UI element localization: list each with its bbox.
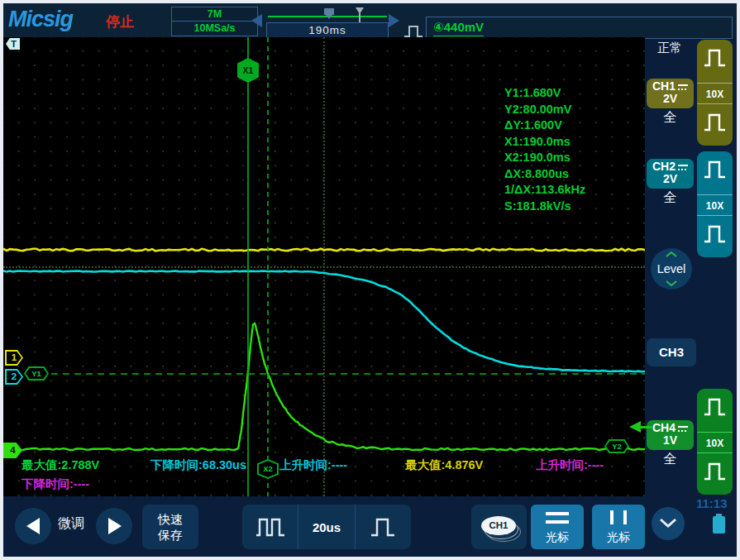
pulse-icon[interactable]	[704, 112, 726, 132]
readout-line: X2:190.0ms	[504, 150, 585, 166]
fine-adjust-left-button[interactable]	[15, 508, 51, 544]
readout-line: ΔY:1.600V	[504, 117, 585, 134]
cursor-y2-handle[interactable]: Y2	[604, 439, 629, 453]
ch1-trace	[3, 249, 645, 251]
trigger-mode-label[interactable]: 正常	[657, 41, 682, 56]
battery-icon	[713, 516, 725, 534]
memory-depth: 7M	[172, 7, 257, 22]
ch4-trigger-level-arrow-icon[interactable]	[629, 421, 652, 433]
cursor-y1-handle[interactable]: Y1	[24, 366, 49, 381]
fine-adjust-label: 微调	[58, 515, 84, 533]
top-status-bar: Micsig 停止 7M 10MSa/s 190ms ④440mV	[3, 3, 737, 37]
vertical-cursor-icon	[610, 510, 613, 524]
waveform-display[interactable]: T X1 X2 Y1 Y2 1 2 4 Y1:1.680V Y2:80.00mV…	[3, 37, 645, 496]
triangle-right-icon	[108, 518, 122, 534]
ch1-badge[interactable]: CH1 2V	[647, 79, 694, 108]
measurement-rise-time-2: 上升时间:----	[536, 457, 604, 473]
readout-line: X1:190.0ms	[504, 134, 585, 151]
ch4-attenuation[interactable]: 10X	[697, 432, 733, 453]
readout-line: Y2:80.00mV	[504, 102, 585, 118]
fine-adjust-right-button[interactable]	[96, 508, 132, 544]
horizontal-cursor-icon	[546, 512, 569, 515]
trigger-level-button[interactable]: Level	[651, 248, 692, 290]
trigger-type-pulse-icon[interactable]	[403, 24, 423, 38]
pulse-icon[interactable]	[704, 48, 726, 68]
cursor-readout-panel: Y1:1.680V Y2:80.00mV ΔY:1.600V X1:190.0m…	[504, 85, 585, 214]
readout-line: S:181.8kV/s	[504, 199, 585, 215]
bottom-toolbar: 微调 快速 保存 20us CH1 光标 光	[3, 496, 737, 557]
brand-logo: Micsig	[8, 7, 73, 32]
readout-line: 1/ΔX:113.6kHz	[504, 182, 585, 199]
measurement-max-ch4: 最大值:2.788V	[21, 457, 99, 473]
chevron-down-icon	[665, 280, 678, 287]
pulse-icon[interactable]	[704, 160, 726, 179]
ch4-coupling-panel[interactable]: 10X	[697, 389, 733, 495]
ch4-bandwidth-label[interactable]: 全	[645, 451, 695, 468]
double-pulse-button[interactable]	[242, 505, 298, 549]
sample-rate: 10MSa/s	[172, 22, 257, 35]
ch1-bandwidth-label[interactable]: 全	[645, 109, 695, 127]
acquisition-status[interactable]: 停止	[106, 12, 134, 31]
ch2-coupling-panel[interactable]: 10X	[697, 151, 733, 257]
active-channel-label: CH1	[481, 516, 516, 535]
ch4-badge[interactable]: CH4 1V	[647, 420, 694, 450]
pulse-icon[interactable]	[704, 462, 726, 481]
trigger-position-flag-icon[interactable]	[324, 8, 334, 15]
active-channel-button[interactable]: CH1	[471, 505, 527, 549]
ch2-attenuation[interactable]: 10X	[697, 194, 733, 216]
ch3-button[interactable]: CH3	[647, 338, 696, 366]
ch2-bandwidth-label[interactable]: 全	[645, 189, 695, 207]
triangle-left-icon	[26, 518, 40, 534]
measurement-fall-time-2: 下降时间:----	[21, 476, 89, 492]
ch4-trace	[3, 323, 645, 450]
timebase-right-arrow-icon[interactable]	[389, 14, 399, 27]
collapse-menu-button[interactable]	[652, 507, 685, 540]
pulse-icon[interactable]	[704, 224, 726, 244]
pulse-icon[interactable]	[704, 397, 726, 417]
single-pulse-button[interactable]	[355, 505, 411, 549]
readout-line: ΔX:8.800us	[504, 166, 585, 183]
readout-line: Y1:1.680V	[504, 85, 585, 102]
main-timebase-readout[interactable]: 190ms	[266, 22, 389, 38]
zoom-timebase-button[interactable]: 20us	[298, 505, 354, 549]
ch1-attenuation[interactable]: 10X	[697, 83, 733, 104]
timebase-left-arrow-icon[interactable]	[251, 14, 262, 27]
ch1-coupling-panel[interactable]: 10X	[697, 40, 733, 146]
trigger-settings-box[interactable]: ④440mV	[426, 17, 733, 39]
horizontal-cursor-icon	[546, 520, 569, 524]
measurement-fall-time: 下降时间:68.30us	[150, 457, 246, 473]
channel-sidebar: 正常 10X CH1 2V 全 10X CH2 2V 全 Level CH3	[645, 37, 737, 496]
ch2-badge[interactable]: CH2 2V	[647, 159, 694, 189]
zoom-timebase-group: 20us	[242, 505, 411, 549]
quick-save-button[interactable]: 快速 保存	[142, 505, 198, 549]
oscilloscope-frame: Micsig 停止 7M 10MSa/s 190ms ④440mV T X	[3, 3, 737, 557]
measurement-rise-time: 上升时间:----	[279, 457, 347, 473]
clock: 11:13	[696, 496, 728, 510]
vertical-cursor-button[interactable]: 光标	[592, 505, 645, 549]
ch2-trace	[3, 271, 645, 372]
horizontal-cursor-button[interactable]: 光标	[531, 505, 584, 549]
dc-coupling-icon	[678, 164, 688, 171]
trigger-level-value: 440mV	[444, 20, 484, 34]
dc-coupling-icon	[678, 84, 688, 91]
double-pulse-icon	[255, 516, 285, 538]
vertical-cursor-icon	[623, 510, 627, 524]
pulse-icon	[370, 516, 395, 538]
sample-info-box[interactable]: 7M 10MSa/s	[171, 7, 258, 36]
measurement-max-ch1: 最大值:4.876V	[405, 457, 483, 473]
dc-coupling-icon	[678, 425, 688, 433]
trigger-source-badge: ④	[433, 20, 444, 34]
chevron-down-icon	[659, 518, 677, 529]
